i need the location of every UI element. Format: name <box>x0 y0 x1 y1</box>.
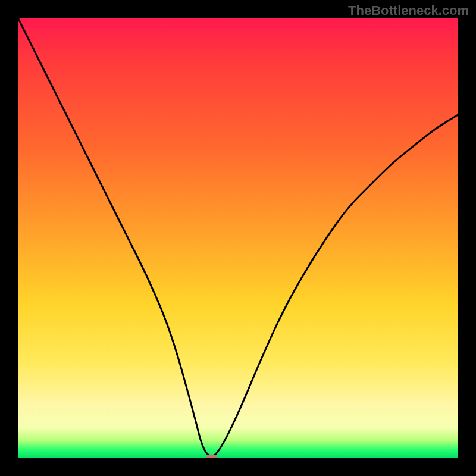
optimal-point-marker <box>206 455 217 458</box>
bottleneck-curve <box>18 18 458 458</box>
plot-area <box>18 18 458 458</box>
chart-frame: TheBottleneck.com <box>0 0 476 476</box>
watermark-text: TheBottleneck.com <box>348 3 469 18</box>
